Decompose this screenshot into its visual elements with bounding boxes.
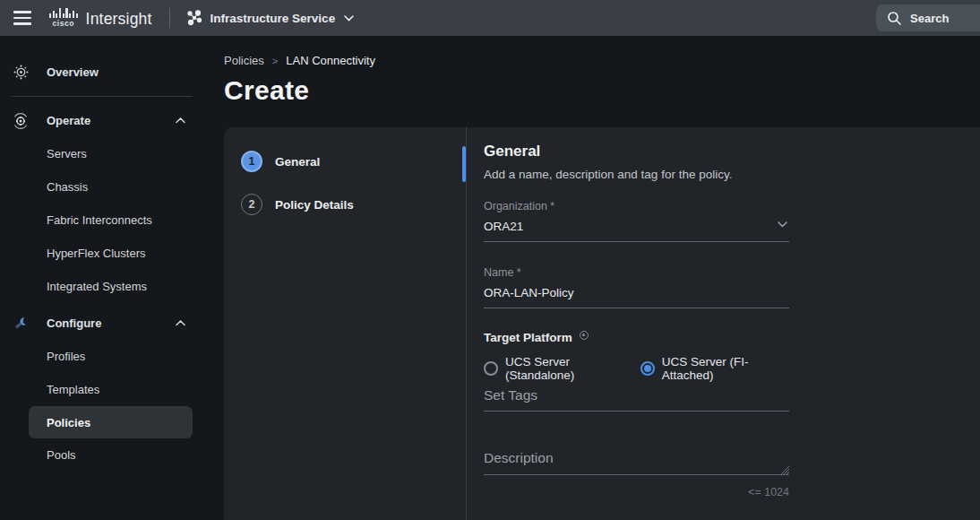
- step-number-badge: 2: [241, 194, 262, 215]
- sidebar-item-label: Pools: [47, 448, 76, 462]
- field-underline: [484, 411, 789, 412]
- target-platform-group: Target Platform UCS Server (Standalone) …: [484, 331, 789, 382]
- search-label: Search: [910, 12, 949, 25]
- sidebar-item-fabric-interconnects[interactable]: Fabric Interconnects: [0, 204, 209, 237]
- description-placeholder: Description: [484, 450, 789, 466]
- page-title: Create: [224, 75, 375, 106]
- name-field[interactable]: Name * ORA-LAN-Policy: [484, 266, 789, 308]
- sidebar-section-operate[interactable]: Operate: [0, 104, 209, 137]
- top-bar: cisco Intersight Infrastructure Service …: [0, 0, 980, 36]
- chevron-up-icon[interactable]: [176, 320, 185, 326]
- menu-icon[interactable]: [13, 11, 31, 24]
- organization-select[interactable]: Organization * ORA21: [484, 200, 789, 242]
- sidebar-section-configure[interactable]: Configure: [0, 307, 209, 340]
- radio-unselected-icon[interactable]: [484, 361, 498, 376]
- resize-handle-icon[interactable]: [778, 464, 789, 474]
- sidebar-item-label: Fabric Interconnects: [47, 213, 152, 227]
- sidebar-item-label: Servers: [47, 147, 87, 160]
- form-subheading: Add a name, description and tag for the …: [484, 168, 732, 181]
- radio-selected-icon[interactable]: [640, 361, 655, 376]
- breadcrumb: Policies > LAN Connectivity: [224, 54, 375, 67]
- step-number-badge: 1: [241, 151, 262, 172]
- sidebar-item-label: Policies: [47, 416, 90, 429]
- sidebar-item-profiles[interactable]: Profiles: [0, 340, 209, 373]
- target-platform-label: Target Platform: [484, 331, 572, 344]
- form-heading: General: [484, 143, 540, 160]
- organization-label: Organization *: [484, 200, 789, 212]
- wizard-stepper: 1 General 2 Policy Details: [224, 127, 466, 520]
- sidebar-item-label: Overview: [47, 65, 99, 79]
- search-button[interactable]: Search: [876, 4, 980, 31]
- operate-gear-icon: [13, 113, 29, 129]
- service-name: Infrastructure Service: [211, 12, 336, 25]
- configure-wrench-icon: [13, 316, 29, 332]
- sidebar-item-pools[interactable]: Pools: [0, 438, 209, 472]
- description-textarea[interactable]: Description <= 1024: [484, 450, 789, 475]
- dropdown-chevron-icon[interactable]: [778, 221, 787, 228]
- sidebar-item-hyperflex-clusters[interactable]: HyperFlex Clusters: [0, 237, 209, 270]
- chevron-down-icon: [344, 15, 354, 22]
- radio-ucs-fi-attached[interactable]: UCS Server (FI-Attached): [640, 355, 789, 382]
- field-underline: [484, 308, 789, 308]
- create-policy-card: 1 General 2 Policy Details General Add a…: [224, 127, 980, 520]
- general-form: General Add a name, description and tag …: [484, 127, 789, 520]
- step-label: Policy Details: [275, 198, 354, 212]
- stepper-divider: [466, 127, 467, 520]
- infrastructure-service-icon: [185, 9, 203, 27]
- sidebar-item-integrated-systems[interactable]: Integrated Systems: [0, 270, 209, 303]
- sidebar-item-label: Chassis: [47, 180, 88, 194]
- search-icon: [887, 11, 902, 26]
- page-header: Policies > LAN Connectivity Create: [224, 54, 375, 106]
- breadcrumb-separator-icon: >: [272, 56, 278, 66]
- sidebar-item-label: HyperFlex Clusters: [47, 247, 146, 260]
- sidebar-section-label: Configure: [47, 316, 101, 330]
- sidebar-item-overview[interactable]: Overview: [0, 56, 209, 89]
- cisco-wordmark: cisco: [52, 19, 74, 28]
- app-title: Intersight: [86, 10, 152, 29]
- sidebar-item-policies[interactable]: Policies: [29, 406, 193, 438]
- sidebar: Overview Operate Servers Chassis Fabr: [0, 36, 209, 520]
- chevron-up-icon[interactable]: [176, 117, 185, 124]
- brand: cisco Intersight: [49, 8, 152, 28]
- radio-label: UCS Server (Standalone): [505, 355, 632, 382]
- sidebar-item-label: Integrated Systems: [47, 280, 147, 293]
- field-underline: [484, 241, 789, 242]
- cisco-bars-icon: [49, 8, 78, 18]
- field-underline: [484, 474, 789, 475]
- step-policy-details[interactable]: 2 Policy Details: [241, 194, 354, 215]
- overview-icon: [13, 65, 29, 81]
- sidebar-divider: [11, 96, 193, 97]
- sidebar-item-chassis[interactable]: Chassis: [0, 170, 209, 204]
- sidebar-item-servers[interactable]: Servers: [0, 137, 209, 170]
- description-limit-hint: <= 1024: [748, 486, 789, 498]
- sidebar-item-label: Templates: [47, 383, 99, 396]
- service-switcher[interactable]: Infrastructure Service: [185, 9, 355, 27]
- sidebar-item-templates[interactable]: Templates: [0, 373, 209, 406]
- set-tags-placeholder: Set Tags: [484, 387, 789, 403]
- topbar-divider: [169, 8, 170, 28]
- set-tags-input[interactable]: Set Tags: [484, 387, 789, 412]
- sidebar-section-label: Operate: [47, 114, 90, 127]
- radio-ucs-standalone[interactable]: UCS Server (Standalone): [484, 355, 632, 382]
- step-label: General: [275, 155, 320, 169]
- breadcrumb-policies-link[interactable]: Policies: [224, 54, 264, 67]
- name-value: ORA-LAN-Policy: [484, 286, 789, 299]
- info-icon[interactable]: [580, 331, 589, 340]
- radio-label: UCS Server (FI-Attached): [662, 355, 789, 382]
- organization-value: ORA21: [484, 220, 789, 233]
- name-label: Name *: [484, 266, 789, 279]
- cisco-logo-icon: cisco: [49, 8, 78, 28]
- active-step-indicator: [462, 146, 466, 182]
- sidebar-item-label: Profiles: [47, 350, 85, 363]
- step-general[interactable]: 1 General: [241, 151, 320, 172]
- breadcrumb-current: LAN Connectivity: [286, 54, 375, 67]
